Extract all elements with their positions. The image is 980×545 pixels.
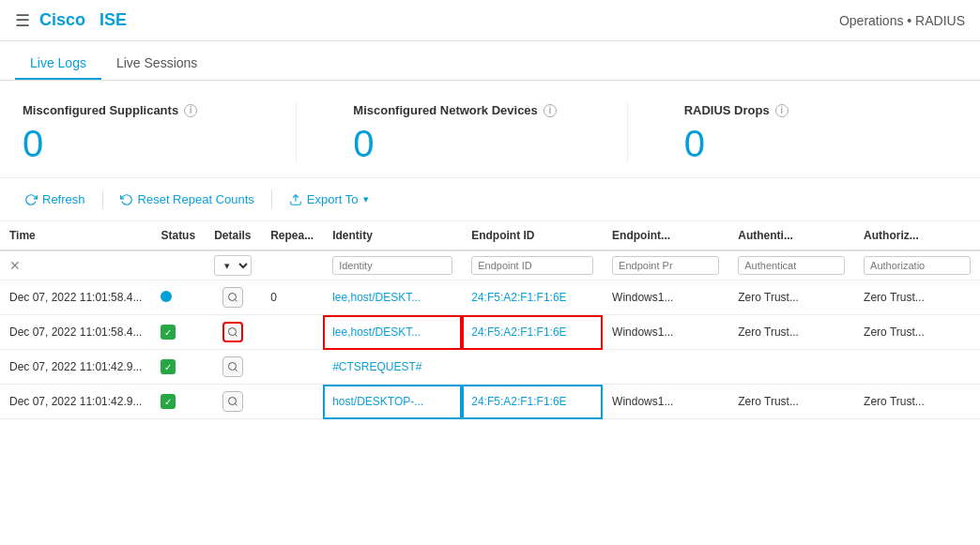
- endpoint-id-link[interactable]: 24:F5:A2:F1:F1:6E: [471, 291, 566, 304]
- filter-identity-cell: [323, 250, 462, 280]
- export-to-button[interactable]: Export To ▾: [280, 188, 378, 211]
- filter-status-cell: [151, 250, 205, 280]
- toolbar-separator-1: [102, 190, 103, 209]
- endpoint-id-link[interactable]: 24:F5:A2:F1:F1:6E: [471, 395, 566, 408]
- endpoint-id-link[interactable]: 24:F5:A2:F1:F1:6E: [471, 325, 566, 339]
- status-indicator: ✓: [161, 325, 176, 340]
- menu-icon[interactable]: ☰: [15, 10, 30, 31]
- identity-link[interactable]: #CTSREQUEST#: [332, 360, 421, 373]
- magnifier-icon: [227, 292, 238, 303]
- breadcrumb: Operations • RADIUS: [839, 13, 965, 28]
- details-button[interactable]: [222, 287, 243, 308]
- details-button[interactable]: [222, 356, 243, 377]
- table-container: Time Status Details Repea... Identity En…: [0, 221, 980, 419]
- svg-line-4: [235, 334, 237, 336]
- export-dropdown-arrow: ▾: [363, 193, 369, 205]
- identity-link[interactable]: lee,host/DESKT...: [332, 325, 421, 339]
- details-button[interactable]: [222, 391, 243, 412]
- tab-live-logs[interactable]: Live Logs: [15, 48, 101, 80]
- filter-authorization-cell: [854, 250, 980, 280]
- stat-radius-drops: RADIUS Drops i 0: [627, 103, 957, 162]
- cell-details: [205, 315, 261, 350]
- info-icon-radius-drops[interactable]: i: [775, 104, 789, 117]
- toolbar-separator-2: [271, 190, 272, 209]
- cell-status: ✓: [151, 315, 205, 350]
- info-icon-network-devices[interactable]: i: [544, 104, 557, 117]
- col-header-status: Status: [151, 221, 205, 250]
- svg-line-6: [235, 369, 237, 371]
- export-icon: [289, 193, 302, 206]
- filter-row: ✕ ▾: [0, 250, 980, 280]
- live-logs-table: Time Status Details Repea... Identity En…: [0, 221, 980, 419]
- magnifier-icon: [227, 396, 238, 407]
- stats-section: Misconfigured Supplicants i 0 Misconfigu…: [0, 81, 980, 178]
- svg-line-8: [235, 403, 237, 405]
- refresh-button[interactable]: Refresh: [15, 188, 95, 211]
- cell-endpoint-id: [462, 350, 603, 385]
- cell-endpoint-id: 24:F5:A2:F1:F1:6E: [462, 385, 603, 419]
- filter-authentication-cell: [728, 250, 854, 280]
- identity-link[interactable]: lee,host/DESKT...: [332, 291, 421, 304]
- filter-endpoint-profile-cell: [603, 250, 728, 280]
- filter-authorization-input[interactable]: [864, 256, 971, 275]
- col-header-identity: Identity: [323, 221, 462, 250]
- cell-authentication: Zero Trust...: [728, 280, 854, 315]
- filter-authentication-input[interactable]: [738, 256, 845, 275]
- col-header-endpoint-id: Endpoint ID: [462, 221, 603, 250]
- cell-identity: host/DESKTOP-...: [323, 385, 462, 419]
- cell-repeat: [261, 385, 323, 419]
- cell-authorization: Zero Trust...: [854, 315, 980, 350]
- cell-authentication: [728, 350, 854, 385]
- stat-misconfigured-network-devices: Misconfigured Network Devices i 0: [296, 103, 626, 162]
- stat-misconfigured-supplicants: Misconfigured Supplicants i 0: [23, 103, 296, 162]
- table-row: Dec 07, 2022 11:01:58.4... 0 le: [0, 280, 980, 315]
- cell-time: Dec 07, 2022 11:01:58.4...: [0, 315, 151, 350]
- cell-identity: #CTSREQUEST#: [323, 350, 462, 385]
- filter-endpoint-id-input[interactable]: [471, 256, 593, 275]
- cell-endpoint-id: 24:F5:A2:F1:F1:6E: [462, 280, 603, 315]
- cell-status: ✓: [151, 350, 205, 385]
- cell-identity: lee,host/DESKT...: [323, 315, 462, 350]
- cell-status: [151, 280, 205, 315]
- magnifier-icon: [227, 326, 238, 338]
- cell-endpoint-profile: Windows1...: [603, 385, 728, 419]
- cell-repeat: [261, 350, 323, 385]
- cell-authorization: Zero Trust...: [854, 385, 980, 419]
- tab-live-sessions[interactable]: Live Sessions: [101, 48, 212, 80]
- stat-value-radius-drops: 0: [684, 125, 705, 162]
- filter-clear-cell: ✕: [0, 250, 151, 280]
- cell-status: ✓: [151, 385, 205, 419]
- cell-authorization: Zero Trust...: [854, 280, 980, 315]
- info-icon-supplicants[interactable]: i: [184, 104, 197, 117]
- status-indicator: ✓: [161, 394, 176, 409]
- filter-details-select[interactable]: ▾: [214, 255, 252, 276]
- table-row: Dec 07, 2022 11:01:42.9... ✓ ho: [0, 385, 980, 419]
- refresh-icon: [24, 193, 38, 206]
- cell-time: Dec 07, 2022 11:01:42.9...: [0, 350, 151, 385]
- cell-authentication: Zero Trust...: [728, 315, 854, 350]
- reset-icon: [120, 193, 133, 206]
- details-button[interactable]: [222, 322, 243, 342]
- reset-repeat-counts-button[interactable]: Reset Repeat Counts: [111, 188, 264, 211]
- filter-endpoint-profile-input[interactable]: [612, 256, 719, 275]
- cell-details: [205, 280, 261, 315]
- top-navigation: ☰ Cisco ISE Operations • RADIUS: [0, 0, 980, 41]
- cell-endpoint-id: 24:F5:A2:F1:F1:6E: [462, 315, 603, 350]
- col-header-authentication: Authenti...: [728, 221, 854, 250]
- stat-value-supplicants: 0: [23, 125, 43, 162]
- identity-link[interactable]: host/DESKTOP-...: [332, 395, 423, 408]
- svg-line-2: [235, 299, 237, 301]
- cell-endpoint-profile: Windows1...: [603, 315, 728, 350]
- col-header-endpoint-profile: Endpoint...: [603, 221, 728, 250]
- cell-authentication: Zero Trust...: [728, 385, 854, 419]
- cell-identity: lee,host/DESKT...: [323, 280, 462, 315]
- filter-details-cell: ▾: [205, 250, 261, 280]
- status-indicator: [161, 291, 172, 302]
- filter-identity-input[interactable]: [332, 256, 452, 275]
- svg-point-1: [229, 294, 237, 301]
- status-indicator: ✓: [161, 359, 176, 374]
- cell-time: Dec 07, 2022 11:01:42.9...: [0, 385, 151, 419]
- close-filter-icon[interactable]: ✕: [9, 258, 21, 273]
- col-header-repeat: Repea...: [261, 221, 323, 250]
- cell-repeat: 0: [261, 280, 323, 315]
